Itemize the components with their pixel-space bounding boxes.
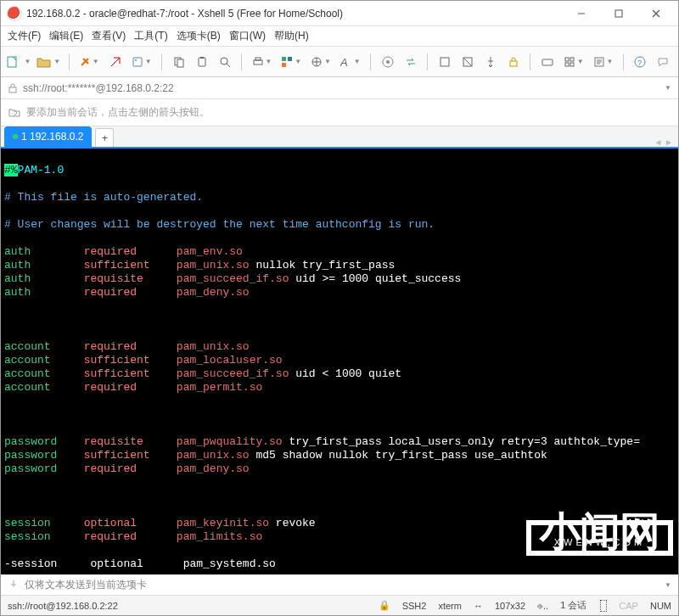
- menu-tab[interactable]: 选项卡(B): [177, 29, 221, 43]
- properties-icon: [132, 56, 143, 68]
- term-header: PAM-1.0: [18, 164, 65, 176]
- search-icon: [219, 56, 231, 68]
- status-bar: ssh://root@192.168.0.2:22 🔒 SSH2 xterm ↔…: [1, 595, 678, 615]
- app-icon: [8, 7, 21, 20]
- svg-rect-29: [9, 87, 16, 92]
- separator: [623, 53, 624, 70]
- svg-rect-12: [288, 57, 292, 61]
- term-plain-line: -session optional pam_systemd.so: [4, 557, 675, 571]
- tab-session-1[interactable]: 1 192.168.0.2: [4, 126, 92, 147]
- transfer-icon: [405, 56, 417, 68]
- paste-button[interactable]: [192, 52, 211, 72]
- lock-button[interactable]: [503, 52, 523, 72]
- svg-rect-7: [200, 57, 204, 59]
- menu-help[interactable]: 帮助(H): [274, 29, 309, 43]
- font-button[interactable]: A▼: [337, 52, 363, 72]
- svg-rect-13: [282, 63, 286, 67]
- properties-button[interactable]: ▼: [128, 52, 154, 72]
- minimize-icon: [577, 9, 586, 18]
- reconnect-button[interactable]: ▼: [76, 52, 102, 72]
- help-button[interactable]: ?: [631, 52, 650, 72]
- address-dropdown[interactable]: ▼: [665, 84, 671, 92]
- disconnect-button[interactable]: [105, 52, 125, 72]
- maximize-button[interactable]: [600, 2, 637, 25]
- term-header-inv: #%: [4, 164, 18, 176]
- transparent-button[interactable]: [457, 52, 477, 72]
- add-tab-button[interactable]: +: [95, 128, 114, 147]
- xftp-button[interactable]: [401, 52, 420, 72]
- term-config-line: auth required pam_deny.so: [4, 286, 675, 300]
- svg-rect-6: [199, 58, 205, 66]
- plus-icon: +: [102, 132, 108, 144]
- menubar: 文件(F) 编辑(E) 查看(V) 工具(T) 选项卡(B) 窗口(W) 帮助(…: [1, 26, 678, 47]
- palette-icon: [281, 56, 293, 68]
- grid-icon: [564, 56, 575, 68]
- svg-rect-0: [615, 10, 622, 17]
- menu-edit[interactable]: 编辑(E): [49, 29, 83, 43]
- separator: [69, 53, 70, 70]
- tab-label: 1 192.168.0.2: [21, 131, 83, 143]
- maximize-icon: [614, 9, 623, 18]
- menu-view[interactable]: 查看(V): [92, 29, 126, 43]
- compose-button[interactable]: [537, 52, 557, 72]
- svg-rect-23: [570, 58, 574, 61]
- hint-bar: 要添加当前会话，点击左侧的箭头按钮。: [1, 99, 678, 126]
- tile-button[interactable]: ▼: [560, 52, 586, 72]
- watermark: 小闻网XWENW.COM: [526, 520, 673, 556]
- pin-icon[interactable]: [8, 580, 20, 591]
- status-cap: CAP: [619, 601, 638, 611]
- script-icon: [593, 56, 605, 68]
- separator: [241, 53, 242, 70]
- term-comment: # This file is auto-generated.: [4, 191, 675, 204]
- compose-dropdown[interactable]: ▼: [665, 581, 671, 589]
- svg-rect-2: [133, 58, 142, 66]
- close-button[interactable]: [637, 2, 675, 25]
- status-protocol: SSH2: [402, 601, 427, 611]
- fullscreen-button[interactable]: [435, 52, 454, 72]
- svg-rect-25: [570, 63, 574, 66]
- menu-window[interactable]: 窗口(W): [229, 29, 266, 43]
- status-sessions-icon: ⎆..: [537, 601, 548, 611]
- copy-button[interactable]: [169, 52, 188, 72]
- find-button[interactable]: [215, 52, 234, 72]
- term-config-line: account sufficient pam_localuser.so: [4, 354, 675, 367]
- terminal[interactable]: #%PAM-1.0 # This file is auto-generated.…: [1, 148, 678, 574]
- tab-nav[interactable]: ◄ ►: [648, 137, 678, 147]
- svg-rect-9: [254, 60, 262, 64]
- separator: [161, 53, 162, 70]
- window-title: 192.168.0.2 - oracle@redhat-7:/root - Xs…: [26, 8, 563, 20]
- transparency-icon: [462, 56, 474, 68]
- help-icon: ?: [634, 56, 646, 68]
- xagent-icon: [382, 56, 394, 68]
- separator: [427, 53, 428, 70]
- globe-icon: [311, 56, 323, 68]
- term-comment: # User changes will be destroyed the nex…: [4, 218, 675, 232]
- minimize-button[interactable]: [563, 2, 600, 25]
- feedback-button[interactable]: [654, 52, 673, 72]
- add-session-icon[interactable]: [8, 107, 21, 119]
- status-protocol-icon: 🔒: [379, 600, 390, 611]
- address-bar: ssh://root:*******@192.168.0.2:22 ▼: [1, 77, 678, 99]
- script-button[interactable]: ▼: [590, 52, 616, 72]
- status-num: NUM: [650, 601, 671, 611]
- address-text[interactable]: ssh://root:*******@192.168.0.2:22: [23, 82, 658, 94]
- close-icon: [652, 9, 660, 18]
- titlebar: 192.168.0.2 - oracle@redhat-7:/root - Xs…: [1, 1, 678, 26]
- status-size: 107x32: [495, 601, 525, 611]
- svg-point-17: [386, 60, 390, 64]
- colorscheme-button[interactable]: ▼: [278, 52, 305, 72]
- toolbar: ▼ ▼ ▼ ▼ ▼ ▼ ▼ A▼ ▼ ▼ ?: [1, 47, 678, 77]
- open-button[interactable]: ▼: [36, 52, 62, 72]
- encoding-button[interactable]: ▼: [308, 52, 334, 72]
- svg-point-3: [135, 59, 137, 61]
- svg-rect-18: [441, 58, 449, 66]
- ontop-button[interactable]: [480, 52, 500, 72]
- print-button[interactable]: ▼: [249, 52, 275, 72]
- xagent-button[interactable]: [378, 52, 397, 72]
- svg-point-8: [221, 58, 227, 64]
- menu-tools[interactable]: 工具(T): [134, 29, 167, 43]
- term-config-line: account required pam_unix.so: [4, 340, 675, 354]
- menu-file[interactable]: 文件(F): [8, 29, 41, 43]
- chat-icon: [657, 56, 669, 68]
- new-session-button[interactable]: ▼: [6, 52, 32, 72]
